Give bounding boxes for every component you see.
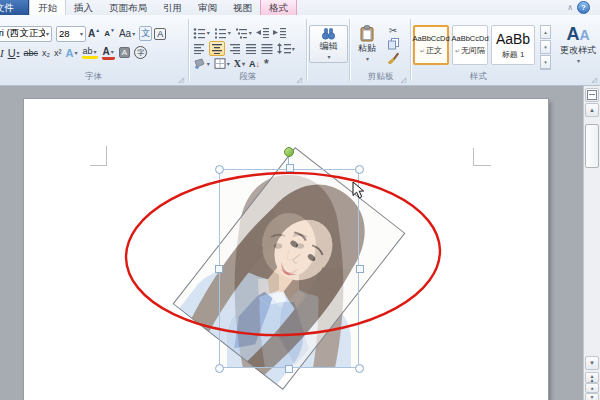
scrollbar-thumb[interactable] xyxy=(585,124,599,168)
copy-button[interactable] xyxy=(388,38,399,50)
line-spacing-button[interactable]: ▾ xyxy=(277,43,295,54)
asian-layout-button[interactable]: X▾ xyxy=(234,58,245,69)
shrink-font-button[interactable]: A▼ xyxy=(104,29,115,38)
font-name-combo[interactable]: Calibri (西文正文) ▾ xyxy=(0,26,52,42)
rotation-handle[interactable] xyxy=(284,147,294,157)
show-hide-marks-button[interactable]: * xyxy=(264,57,269,71)
styles-gallery-down-icon[interactable]: ▾ xyxy=(540,40,551,54)
scroll-down-button[interactable]: ▼ xyxy=(585,356,599,370)
numbering-icon xyxy=(214,27,227,39)
vertical-scrollbar[interactable]: ▲ ▼ ▲▲ ● ▼▼ xyxy=(583,86,600,400)
align-left-button[interactable] xyxy=(193,43,205,54)
handle-bottom-right[interactable] xyxy=(355,364,364,373)
paste-button[interactable]: 粘贴 ▾ xyxy=(352,25,382,64)
minimize-ribbon-icon[interactable]: ∧ xyxy=(567,3,573,12)
character-border-button[interactable]: A xyxy=(154,28,166,40)
scroll-up-icon: ▲ xyxy=(589,108,595,112)
styles-dialog-launcher-icon[interactable]: ◿ xyxy=(592,76,597,83)
tab-page-layout[interactable]: 页面布局 xyxy=(101,0,155,15)
font-size-combo[interactable]: 28 ▾ xyxy=(56,26,86,42)
styles-group: AaBbCcDd ↵正文 AaBbCcDd ↵无间隔 AaBb 标题 1 ▴ ▾… xyxy=(413,15,600,85)
document-canvas xyxy=(0,86,600,400)
previous-page-button[interactable]: ▲▲ xyxy=(585,372,599,383)
annotation-layer xyxy=(24,99,548,400)
styles-gallery-more-icon[interactable]: ▾ xyxy=(540,55,551,70)
distribute-text-button[interactable] xyxy=(261,43,273,54)
style-heading-1[interactable]: AaBb 标题 1 xyxy=(491,25,535,65)
editing-dropdown-icon[interactable]: ▾ xyxy=(327,53,330,60)
justify-button[interactable] xyxy=(245,43,257,54)
line-spacing-icon xyxy=(277,43,291,54)
paragraph-dialog-launcher-icon[interactable]: ◿ xyxy=(296,76,301,83)
clipboard-dialog-launcher-icon[interactable]: ◿ xyxy=(401,76,406,83)
shading-button[interactable]: ▾ xyxy=(193,58,210,69)
paste-label: 粘贴 xyxy=(358,42,376,55)
shrink-icon: ▼ xyxy=(110,27,115,33)
cut-button[interactable]: ✂ xyxy=(389,25,397,36)
sort-button[interactable]: A↓ xyxy=(249,59,260,69)
borders-button[interactable]: ▾ xyxy=(214,58,230,69)
underline-button[interactable]: U▾ xyxy=(8,47,20,59)
style-normal[interactable]: AaBbCcDd ↵正文 xyxy=(413,25,449,65)
format-painter-button[interactable] xyxy=(387,52,399,64)
bullets-button[interactable]: ▾ xyxy=(193,27,210,39)
multilevel-list-button[interactable]: ▾ xyxy=(235,27,252,39)
enclose-characters-button[interactable]: 字 xyxy=(134,46,147,59)
tab-insert[interactable]: 插入 xyxy=(66,0,101,15)
change-styles-button[interactable]: AA 更改样式 ▾ xyxy=(556,25,600,64)
superscript-button[interactable]: x² xyxy=(54,48,62,58)
tab-file[interactable]: 文件 xyxy=(0,0,29,15)
tab-references[interactable]: 引用 xyxy=(155,0,190,15)
numbering-button[interactable]: ▾ xyxy=(214,27,231,39)
align-center-button[interactable] xyxy=(209,41,225,56)
mouse-cursor xyxy=(352,181,365,199)
handle-top-right[interactable] xyxy=(355,165,364,174)
tab-format-contextual[interactable]: 格式 xyxy=(260,0,297,15)
change-case-button[interactable]: Aa▾ xyxy=(119,28,135,39)
red-ellipse-annotation[interactable] xyxy=(124,169,442,339)
align-left-icon xyxy=(193,43,205,54)
strikethrough-button[interactable]: abc xyxy=(24,48,39,58)
decrease-indent-button[interactable] xyxy=(256,27,269,38)
scroll-down-icon: ▼ xyxy=(589,361,595,365)
phonetic-guide-button[interactable]: 文 xyxy=(139,26,152,41)
scroll-up-button[interactable]: ▲ xyxy=(585,103,599,117)
handle-bottom-left[interactable] xyxy=(215,364,224,373)
highlight-color-button[interactable]: ab▾ xyxy=(82,46,98,59)
styles-gallery-up-icon[interactable]: ▴ xyxy=(540,25,551,39)
align-right-button[interactable] xyxy=(229,43,241,54)
paste-dropdown-icon[interactable]: ▾ xyxy=(366,55,369,62)
help-icon[interactable]: ? xyxy=(577,1,590,14)
editing-group: 编辑 ▾ xyxy=(309,15,348,85)
handle-top-left[interactable] xyxy=(215,165,224,174)
handle-middle-left[interactable] xyxy=(215,265,223,273)
font-color-button[interactable]: A▾ xyxy=(102,46,115,60)
italic-button[interactable]: I xyxy=(0,47,4,59)
paragraph-group: ▾ ▾ ▾ xyxy=(191,15,305,85)
increase-indent-icon xyxy=(273,27,286,38)
font-size-dropdown-icon[interactable]: ▾ xyxy=(80,30,83,37)
font-name-dropdown-icon[interactable]: ▾ xyxy=(46,30,49,37)
handle-bottom-middle[interactable] xyxy=(285,365,293,373)
handle-top-middle[interactable] xyxy=(286,164,294,172)
text-effects-button[interactable]: A▾ xyxy=(66,47,78,59)
tab-home[interactable]: 开始 xyxy=(29,0,66,15)
font-dialog-launcher-icon[interactable]: ◿ xyxy=(178,76,183,83)
tab-review[interactable]: 审阅 xyxy=(190,0,225,15)
styles-group-label: 样式 xyxy=(413,71,600,83)
tab-view[interactable]: 视图 xyxy=(225,0,260,15)
document-page[interactable] xyxy=(24,99,548,400)
find-binoculars-icon xyxy=(321,28,336,40)
editing-menu-button[interactable]: 编辑 ▾ xyxy=(309,25,348,63)
ruler-toggle-button[interactable] xyxy=(585,88,599,102)
shading-bucket-icon xyxy=(193,58,206,69)
style-no-spacing[interactable]: AaBbCcDd ↵无间隔 xyxy=(452,25,488,65)
subscript-button[interactable]: x₂ xyxy=(42,48,50,58)
increase-indent-button[interactable] xyxy=(273,27,286,38)
grow-font-button[interactable]: A▲ xyxy=(88,28,100,39)
handle-middle-right[interactable] xyxy=(356,265,364,273)
next-page-button[interactable]: ▼▼ xyxy=(585,393,599,400)
character-shading-button[interactable]: A xyxy=(119,47,130,58)
grow-icon: ▲ xyxy=(95,27,100,33)
select-browse-object-button[interactable]: ● xyxy=(585,383,599,393)
